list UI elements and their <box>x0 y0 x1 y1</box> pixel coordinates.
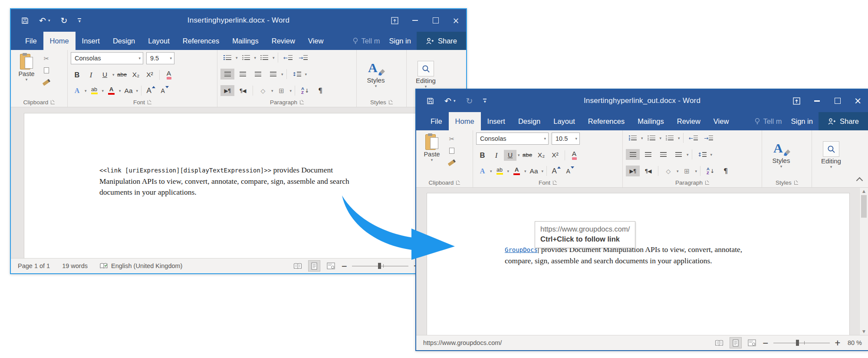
grow-font-button[interactable]: A <box>550 166 562 176</box>
dialog-launcher-icon[interactable] <box>705 181 709 185</box>
word-count[interactable]: 19 words <box>62 262 88 269</box>
decrease-indent-button[interactable]: ← <box>687 133 700 143</box>
show-formatting-marks-button[interactable]: ¶ <box>719 166 733 176</box>
borders-button[interactable]: ⊞ <box>275 85 289 96</box>
sign-in-button[interactable]: Sign in <box>786 112 819 130</box>
web-layout-button[interactable] <box>325 261 336 271</box>
clear-formatting-button[interactable]: A <box>568 150 581 161</box>
multilevel-list-button[interactable] <box>257 52 271 63</box>
line-spacing-button[interactable]: ↕ <box>290 69 304 80</box>
justify-caret-icon[interactable]: ▾ <box>687 152 689 157</box>
paste-button[interactable]: Paste ▾ <box>14 52 39 97</box>
font-color-button[interactable]: A <box>510 166 523 176</box>
format-painter-button[interactable] <box>42 78 51 86</box>
undo-caret-icon[interactable]: ▾ <box>454 99 456 103</box>
clear-formatting-button[interactable]: A <box>163 70 175 80</box>
tab-insert[interactable]: Insert <box>481 112 512 130</box>
increase-indent-button[interactable]: → <box>296 52 310 63</box>
dialog-launcher-icon[interactable] <box>300 100 304 104</box>
tab-references[interactable]: References <box>582 112 631 130</box>
shading-caret-icon[interactable]: ▾ <box>271 89 273 93</box>
align-left-button[interactable] <box>220 69 234 80</box>
dialog-launcher-icon[interactable] <box>553 181 557 185</box>
text-effects-button[interactable]: A <box>476 166 489 176</box>
save-button[interactable] <box>21 17 29 24</box>
zoom-slider[interactable] <box>352 262 408 269</box>
justify-button[interactable] <box>266 69 280 80</box>
tab-references[interactable]: References <box>176 32 226 50</box>
numbering-button[interactable] <box>239 52 253 63</box>
line-spacing-caret-icon[interactable]: ▾ <box>710 152 713 157</box>
ribbon-display-options-button[interactable] <box>385 9 405 32</box>
underline-button-active[interactable]: U <box>504 150 516 161</box>
bullets-button[interactable] <box>626 133 640 143</box>
tab-file[interactable]: File <box>424 112 449 130</box>
multilevel-caret-icon[interactable]: ▾ <box>273 56 275 60</box>
rtl-direction-button[interactable]: ¶◀ <box>236 85 250 96</box>
bullets-caret-icon[interactable]: ▾ <box>641 136 643 140</box>
dialog-launcher-icon[interactable] <box>794 181 798 185</box>
dialog-launcher-icon[interactable] <box>51 100 55 104</box>
styles-button[interactable]: A Styles ▾ <box>765 133 797 178</box>
font-color-button[interactable]: A <box>105 85 118 96</box>
tab-file[interactable]: File <box>19 32 43 50</box>
subscript-button[interactable]: X₂ <box>535 150 548 161</box>
highlight-caret-icon[interactable]: ▾ <box>102 89 104 93</box>
sign-in-button[interactable]: Sign in <box>384 32 417 50</box>
share-button[interactable]: Share <box>417 32 466 50</box>
shading-button[interactable]: ◇ <box>661 166 675 176</box>
scroll-up-icon[interactable]: ▲ <box>862 189 865 193</box>
scroll-down-icon[interactable]: ▼ <box>862 329 865 334</box>
dialog-launcher-icon[interactable] <box>148 100 151 104</box>
font-name-combo[interactable]: Consolas▾ <box>71 52 143 64</box>
superscript-button[interactable]: X² <box>549 150 562 161</box>
align-left-button[interactable] <box>626 149 640 160</box>
text-effects-caret-icon[interactable]: ▾ <box>490 169 492 173</box>
editing-button[interactable]: Editing ▾ <box>815 133 847 178</box>
change-case-button[interactable]: Aa <box>122 85 135 96</box>
ltr-direction-button[interactable]: ▶¶ <box>626 166 640 176</box>
borders-caret-icon[interactable]: ▾ <box>290 89 292 93</box>
shading-button[interactable]: ◇ <box>256 85 270 96</box>
tab-view[interactable]: View <box>707 112 735 130</box>
read-mode-button[interactable] <box>713 338 725 348</box>
redo-button[interactable]: ↻ <box>60 17 67 25</box>
superscript-button[interactable]: X² <box>144 70 156 80</box>
styles-caret-icon[interactable]: ▾ <box>780 164 783 169</box>
save-button[interactable] <box>427 97 434 105</box>
tab-home[interactable]: Home <box>43 32 76 50</box>
tab-view[interactable]: View <box>302 32 330 50</box>
dialog-launcher-icon[interactable] <box>456 181 460 185</box>
editing-caret-icon[interactable]: ▾ <box>425 84 427 89</box>
align-center-button[interactable] <box>641 149 655 160</box>
change-case-button[interactable]: Aa <box>528 166 540 176</box>
tab-design[interactable]: Design <box>512 112 547 130</box>
strikethrough-button[interactable]: abe <box>116 70 128 80</box>
text-effects-button[interactable]: A <box>71 85 83 96</box>
print-layout-button[interactable] <box>730 337 742 348</box>
shrink-font-button[interactable]: A <box>158 85 171 96</box>
undo-button[interactable]: ↶▾ <box>39 17 50 25</box>
minimize-button[interactable] <box>405 9 425 32</box>
borders-caret-icon[interactable]: ▾ <box>695 169 697 173</box>
font-size-combo[interactable]: 9.5▾ <box>146 52 174 64</box>
numbering-caret-icon[interactable]: ▾ <box>660 136 662 140</box>
document-page[interactable]: GroupDocs provides Document Manipulation… <box>427 193 850 335</box>
justify-button[interactable] <box>671 149 685 160</box>
undo-caret-icon[interactable]: ▾ <box>48 19 50 23</box>
underline-caret-icon[interactable]: ▾ <box>518 153 520 157</box>
qat-customize-button[interactable]: ▾ <box>78 18 81 23</box>
zoom-out-button[interactable]: − <box>341 262 347 270</box>
bold-button[interactable]: B <box>476 150 489 161</box>
line-spacing-caret-icon[interactable]: ▾ <box>305 72 307 76</box>
paste-caret-icon[interactable]: ▾ <box>26 77 28 82</box>
bold-button[interactable]: B <box>71 70 83 80</box>
zoom-out-button[interactable]: − <box>763 338 769 347</box>
groupdocs-hyperlink[interactable]: GroupDocs <box>505 246 538 253</box>
scrollbar-thumb[interactable] <box>861 195 867 218</box>
paste-button[interactable]: Paste ▾ <box>419 133 444 178</box>
font-name-combo[interactable]: Consolas▾ <box>476 133 549 145</box>
print-layout-button[interactable] <box>308 260 320 272</box>
language-label[interactable]: English (United Kingdom) <box>111 262 182 269</box>
web-layout-button[interactable] <box>746 338 758 348</box>
